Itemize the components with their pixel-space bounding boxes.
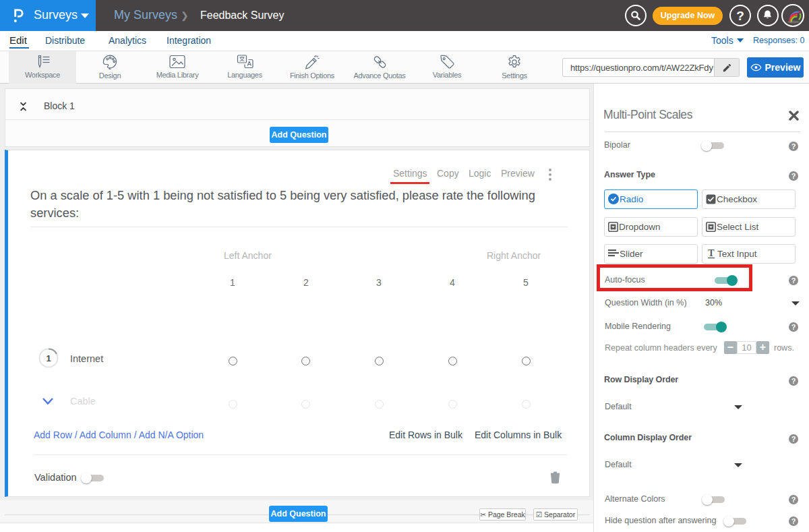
svg-text:T: T [708, 248, 715, 258]
svg-text:1: 1 [46, 353, 51, 363]
